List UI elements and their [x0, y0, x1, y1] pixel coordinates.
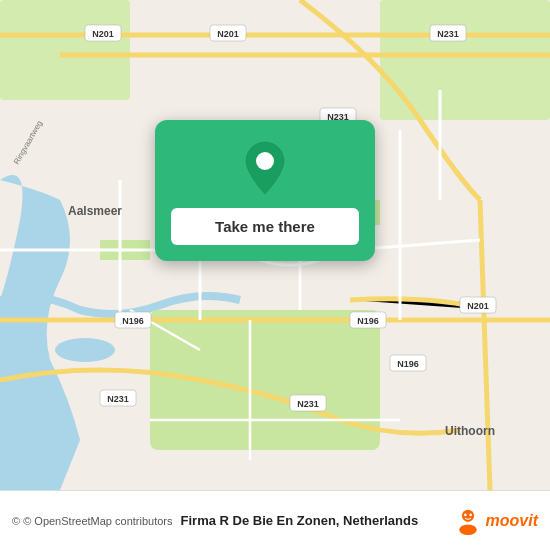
svg-text:Aalsmeer: Aalsmeer: [68, 204, 122, 218]
location-pin-icon: [241, 140, 289, 196]
svg-rect-4: [0, 0, 130, 100]
svg-text:N196: N196: [357, 316, 379, 326]
location-info: Firma R De Bie En Zonen, Netherlands: [181, 513, 454, 528]
bottom-bar: © © OpenStreetMap contributors Firma R D…: [0, 490, 550, 550]
map-container: N201 N201 N231 N231 N196 N196 N201 N231 …: [0, 0, 550, 490]
location-name: Firma R De Bie En Zonen: [181, 513, 336, 528]
moovit-text-label: moovit: [486, 512, 538, 530]
svg-text:N196: N196: [122, 316, 144, 326]
svg-text:N231: N231: [107, 394, 129, 404]
svg-text:N201: N201: [217, 29, 239, 39]
svg-point-45: [459, 524, 477, 535]
svg-text:N201: N201: [467, 301, 489, 311]
svg-point-46: [464, 513, 467, 516]
svg-rect-2: [150, 310, 380, 450]
svg-point-47: [469, 513, 472, 516]
svg-text:N231: N231: [437, 29, 459, 39]
location-country: Netherlands: [343, 513, 418, 528]
svg-point-44: [461, 509, 473, 521]
location-separator: ,: [336, 513, 343, 528]
moovit-logo: moovit: [454, 507, 538, 535]
svg-text:Uithoorn: Uithoorn: [445, 424, 495, 438]
attribution-text: © © OpenStreetMap contributors: [12, 515, 173, 527]
svg-text:N196: N196: [397, 359, 419, 369]
moovit-icon: [454, 507, 482, 535]
svg-point-1: [55, 338, 115, 362]
copyright-symbol: ©: [12, 515, 20, 527]
popup-card: Take me there: [155, 120, 375, 261]
svg-text:N231: N231: [297, 399, 319, 409]
svg-point-43: [256, 152, 274, 170]
take-me-there-button[interactable]: Take me there: [171, 208, 359, 245]
attribution-label: © OpenStreetMap contributors: [23, 515, 172, 527]
svg-text:N201: N201: [92, 29, 114, 39]
